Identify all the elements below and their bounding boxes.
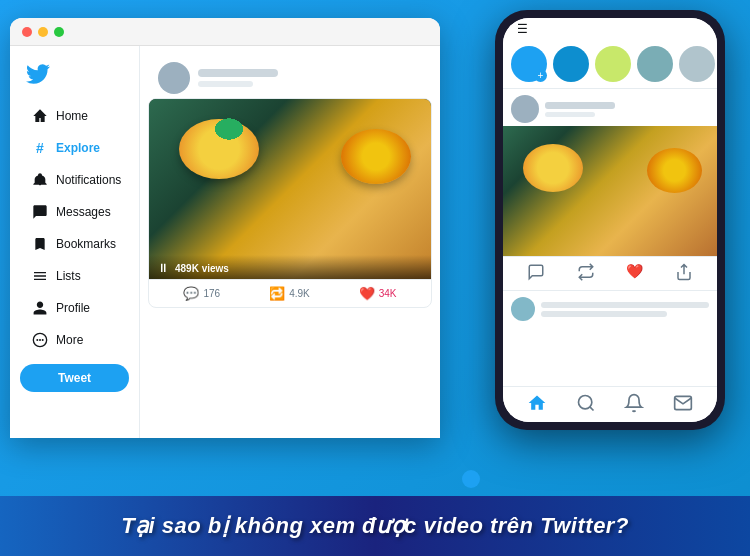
bookmarks-label: Bookmarks [56,237,116,251]
phone-name-bar [545,102,615,109]
notifications-label: Notifications [56,173,121,187]
phone-nav-bell[interactable] [624,393,644,417]
sidebar-item-profile[interactable]: Profile [16,293,133,323]
heart-icon: ❤️ [359,286,375,301]
main-content: ⏸ 489K views 💬 176 🔁 4.9K ❤️ [140,46,440,438]
home-label: Home [56,109,88,123]
comment-action[interactable]: 💬 176 [183,286,220,301]
retweet-icon: 🔁 [269,286,285,301]
like-action[interactable]: ❤️ 34K [359,286,397,301]
phone-mockup: ☰ [495,10,725,430]
profile-icon [32,300,48,316]
stories-row [503,40,717,89]
phone-heart-icon[interactable]: ❤️ [626,263,643,284]
blue-dot [462,470,480,488]
pause-icon: ⏸ [157,261,169,275]
svg-point-2 [39,339,41,341]
story-circle-3[interactable] [595,46,631,82]
sidebar-item-lists[interactable]: Lists [16,261,133,291]
phone-comment-icon[interactable] [527,263,545,284]
desktop-body: Home # Explore Notifications Messages [10,46,440,438]
story-circle-5[interactable] [679,46,715,82]
explore-icon: # [32,140,48,156]
more-icon [32,332,48,348]
phone-bottom-nav [503,386,717,422]
dot-green[interactable] [54,27,64,37]
phone-nav-search[interactable] [576,393,596,417]
home-icon [32,108,48,124]
sidebar-item-messages[interactable]: Messages [16,197,133,227]
phone-share-icon[interactable] [675,263,693,284]
titlebar [10,18,440,46]
phone-screen: ☰ [503,18,717,422]
phone-content-bars [541,302,709,317]
phone-video[interactable] [503,126,717,256]
avatar [158,62,190,94]
sidebar-item-home[interactable]: Home [16,101,133,131]
phone-retweet-icon[interactable] [577,263,595,284]
dot-yellow[interactable] [38,27,48,37]
svg-point-3 [42,339,44,341]
phone-tweet-header [503,89,717,126]
video-overlay: ⏸ 489K views [149,255,431,279]
more-label: More [56,333,83,347]
banner-text: Tại sao bị không xem được video trên Twi… [121,513,629,539]
bookmarks-icon [32,236,48,252]
story-circle-2[interactable] [553,46,589,82]
bell-icon [32,172,48,188]
hamburger-icon[interactable]: ☰ [517,22,528,36]
explore-label: Explore [56,141,100,155]
profile-label: Profile [56,301,90,315]
phone-content-bar-1 [541,302,709,308]
messages-label: Messages [56,205,111,219]
lists-label: Lists [56,269,81,283]
phone-nav-mail[interactable] [673,393,693,417]
retweet-action[interactable]: 🔁 4.9K [269,286,310,301]
phone-tweet2-header [511,297,709,321]
story-circle-4[interactable] [637,46,673,82]
sidebar-item-notifications[interactable]: Notifications [16,165,133,195]
herb-decoration [209,114,249,144]
comment-count: 176 [203,288,220,299]
phone-tweet-2 [503,290,717,386]
tweet-actions: 💬 176 🔁 4.9K ❤️ 34K [149,279,431,307]
tweet-button[interactable]: Tweet [20,364,129,392]
tweet-card: ⏸ 489K views 💬 176 🔁 4.9K ❤️ [148,98,432,308]
tweet-header [148,54,432,98]
lists-icon [32,268,48,284]
bottom-banner: Tại sao bị không xem được video trên Twi… [0,496,750,556]
sidebar-item-explore[interactable]: # Explore [16,133,133,163]
svg-point-1 [36,339,38,341]
phone-nav-home[interactable] [527,393,547,417]
phone-avatar-2 [511,297,535,321]
desktop-twitter-ui: Home # Explore Notifications Messages [10,18,440,438]
phone-tweet-actions: ❤️ [503,256,717,290]
sidebar-item-more[interactable]: More [16,325,133,355]
view-count: 489K views [175,263,229,274]
twitter-logo [10,56,139,100]
story-circle-1[interactable] [511,46,547,82]
food-image [149,99,431,279]
comment-icon: 💬 [183,286,199,301]
phone-avatar [511,95,539,123]
phone-food-bg [503,126,717,256]
soup-bowl-2 [341,129,411,184]
sidebar-item-bookmarks[interactable]: Bookmarks [16,229,133,259]
messages-icon [32,204,48,220]
user-name-placeholder [198,69,278,77]
phone-content-bar-2 [541,311,667,317]
phone-handle-bar [545,112,595,117]
user-handle-placeholder [198,81,253,87]
dot-red[interactable] [22,27,32,37]
retweet-count: 4.9K [289,288,310,299]
like-count: 34K [379,288,397,299]
phone-bowl-2 [647,148,702,193]
svg-point-4 [578,395,591,408]
phone-bowl-1 [523,144,583,192]
tweet-user-info [198,69,422,87]
sidebar: Home # Explore Notifications Messages [10,46,140,438]
phone-status-bar: ☰ [503,18,717,40]
phone-user-bars [545,102,709,117]
tweet-video[interactable]: ⏸ 489K views [149,99,431,279]
